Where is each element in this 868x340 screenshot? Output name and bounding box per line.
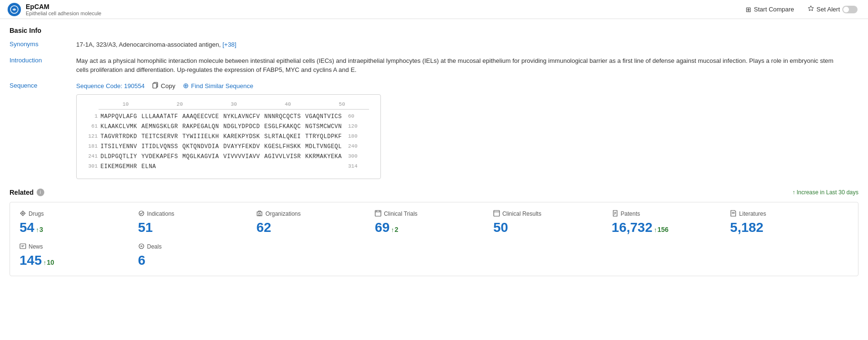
copy-button[interactable]: Copy — [152, 82, 175, 90]
seq-block-1: ITIDLVQNSS — [141, 142, 180, 151]
related-info-icon[interactable]: i — [37, 189, 44, 196]
sequence-line: 241DLDPGQTLIYYVDEKAPEFSMQGLKAGVIAVIVVVVI… — [84, 152, 373, 161]
header: EpCAM Epithelial cell adhesion molecule … — [0, 0, 868, 19]
set-alert-button[interactable]: Set Alert — [805, 3, 860, 15]
stat-label-text: Drugs — [29, 210, 44, 217]
stat-number: 145 — [20, 253, 42, 268]
stat-value: 6 — [138, 253, 252, 268]
seq-block-4: SLRTALQKEI — [264, 132, 302, 141]
seq-block-2: AAAQEECVCE — [182, 112, 220, 121]
seq-block-4: NNNRQCQCTS — [264, 112, 302, 121]
ruler-10: 10 — [122, 100, 129, 109]
svg-rect-12 — [494, 210, 499, 216]
seq-block-5: NGTSMCWCVN — [305, 122, 343, 131]
copy-label: Copy — [161, 82, 175, 90]
svg-point-5 — [139, 211, 144, 216]
sequence-line: 301EIKEMGEMHRELNA314 — [84, 162, 373, 171]
sequence-line: 181ITSILYENNVITIDLVQNSSQKTQNDVDIADVAYYFE… — [84, 142, 373, 151]
app-subtitle: Epithelial cell adhesion molecule — [26, 10, 101, 16]
seq-block-3: KAREKPYDSK — [223, 132, 261, 141]
set-alert-toggle[interactable] — [842, 6, 858, 13]
synonyms-row: Synonyms 17-1A, 323/A3, Adenocarcinoma-a… — [10, 40, 858, 50]
stat-label-text: Literatures — [739, 210, 766, 217]
seq-block-0: DLDPGQTLIY — [100, 152, 139, 161]
sequence-row: Sequence Sequence Code: 190554 Copy — [10, 81, 858, 179]
patents-icon — [612, 210, 619, 218]
seq-block-4: AGIVVLVISR — [264, 152, 302, 161]
increase-label: ↑ Increase in Last 30 days — [792, 189, 858, 196]
stat-item-literatures[interactable]: Literatures5,182 — [730, 210, 848, 235]
sequence-content: Sequence Code: 190554 Copy ⊕ Find Simila… — [76, 81, 858, 179]
stat-label-2: Organizations — [256, 210, 370, 218]
find-similar-button[interactable]: ⊕ Find Similar Sequence — [183, 81, 253, 90]
seq-block-3: NDGLYDPDCD — [223, 122, 261, 131]
synonyms-text: 17-1A, 323/A3, Adenocarcinoma-associated… — [76, 41, 221, 48]
stat-value: 62 — [256, 220, 370, 235]
ruler-40: 40 — [285, 100, 291, 109]
find-similar-label: Find Similar Sequence — [191, 82, 253, 90]
synonyms-more-link[interactable]: [+38] — [222, 41, 236, 48]
sequence-label: Sequence — [10, 81, 76, 89]
set-alert-label: Set Alert — [817, 6, 840, 13]
introduction-row: Introduction May act as a physical homop… — [10, 56, 858, 75]
start-compare-button[interactable]: ⊞ Start Compare — [743, 4, 797, 15]
increase-arrow-icon: ↑ — [792, 189, 795, 196]
find-similar-icon: ⊕ — [183, 81, 189, 90]
stat-number: 54 — [20, 220, 34, 235]
stat-item-patents[interactable]: Patents16,732↑156 — [612, 210, 730, 235]
seq-start-num: 121 — [84, 132, 98, 141]
related-header: Related i ↑ Increase in Last 30 days — [10, 189, 858, 196]
seq-block-2: QKTQNDVDIA — [182, 142, 220, 151]
stat-number: 62 — [256, 220, 271, 235]
stat-label-text: Organizations — [265, 210, 300, 217]
stat-number: 6 — [138, 253, 146, 268]
stats-rows: Drugs54↑3Indications51Organizations62Cli… — [20, 210, 848, 268]
stat-item-empty — [612, 243, 730, 268]
seq-block-4 — [264, 162, 302, 171]
stat-item-indications[interactable]: Indications51 — [138, 210, 257, 235]
stat-value: 145↑10 — [20, 253, 133, 268]
sequence-code-link[interactable]: Sequence Code: 190554 — [76, 81, 145, 91]
svg-rect-6 — [257, 212, 262, 216]
stat-item-deals[interactable]: Deals6 — [138, 243, 257, 268]
stat-value: 69↑2 — [375, 220, 489, 235]
seq-end-num: 180 — [348, 132, 361, 141]
seq-block-5 — [305, 162, 343, 171]
stat-value: 16,732↑156 — [612, 220, 726, 235]
svg-rect-7 — [259, 213, 260, 216]
stat-label-text: News — [29, 243, 43, 250]
stat-label-3: Clinical Trials — [375, 210, 489, 218]
seq-end-num: 120 — [348, 122, 361, 131]
stat-item-empty — [256, 243, 375, 268]
header-title-group: EpCAM Epithelial cell adhesion molecule — [26, 3, 101, 16]
app-title: EpCAM — [26, 3, 101, 10]
drug-icon — [20, 210, 26, 218]
stat-item-empty — [493, 243, 612, 268]
stat-item-clinical-results[interactable]: Clinical Results50 — [493, 210, 612, 235]
sequence-line: 1MAPPQVLAFGLLLAAATATFAAAQEECVCENYKLAVNCF… — [84, 112, 373, 121]
results-icon — [493, 210, 500, 218]
stat-value: 54↑3 — [20, 220, 133, 235]
basic-info-section: Basic Info Synonyms 17-1A, 323/A3, Adeno… — [10, 27, 858, 179]
stat-item-organizations[interactable]: Organizations62 — [256, 210, 375, 235]
stats-box: Drugs54↑3Indications51Organizations62Cli… — [10, 202, 858, 276]
introduction-text: May act as a physical homophilic interac… — [76, 56, 838, 75]
seq-block-2: TYWIIIELKH — [182, 132, 220, 141]
logo-icon — [8, 3, 21, 16]
stat-value: 50 — [493, 220, 607, 235]
related-title-group: Related i — [10, 189, 44, 196]
stats-row-0: Drugs54↑3Indications51Organizations62Cli… — [20, 210, 848, 235]
stat-increase: ↑2 — [391, 226, 398, 233]
seq-block-0: EIKEMGEMHR — [100, 162, 139, 171]
seq-start-num: 181 — [84, 142, 98, 151]
seq-block-1: LLLAAATATF — [141, 112, 180, 121]
increase-label-text: Increase in Last 30 days — [797, 189, 858, 196]
related-title: Related — [10, 189, 34, 196]
stat-item-news[interactable]: News145↑10 — [20, 243, 138, 268]
stat-number: 50 — [493, 220, 508, 235]
stat-item-clinical-trials[interactable]: Clinical Trials69↑2 — [375, 210, 493, 235]
sequence-lines: 1MAPPQVLAFGLLLAAATATFAAAQEECVCENYKLAVNCF… — [84, 112, 373, 172]
seq-block-3: VIVVVVIAVV — [223, 152, 261, 161]
stat-value: 5,182 — [730, 220, 844, 235]
stat-item-drugs[interactable]: Drugs54↑3 — [20, 210, 138, 235]
